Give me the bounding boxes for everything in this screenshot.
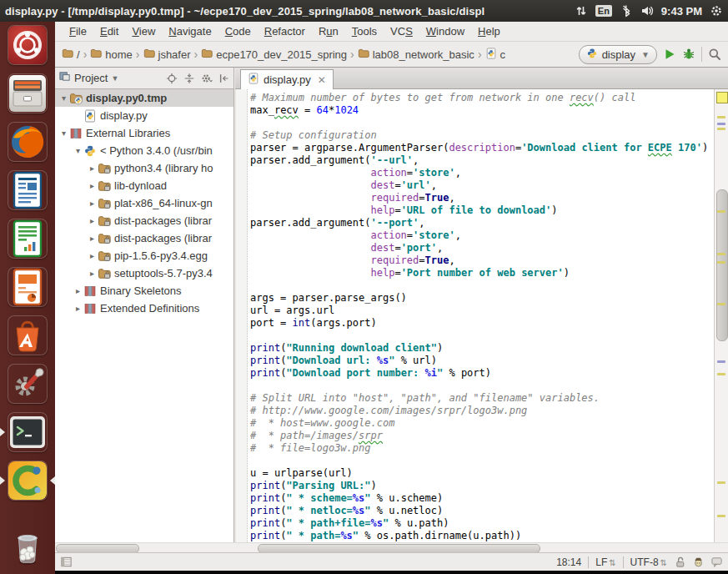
code-line[interactable]: print("Running download client")	[250, 342, 714, 355]
code-line[interactable]: parser.add_argument('--port',	[250, 217, 714, 229]
code-line[interactable]: # Split URL into "host", "path", and "fi…	[250, 392, 714, 405]
run-button[interactable]	[663, 48, 676, 61]
code-line[interactable]: # Maximum number of bytes to get from ne…	[250, 92, 714, 104]
launcher-libreoffice-writer[interactable]	[8, 170, 48, 210]
breadcrumb-item[interactable]: c	[485, 48, 506, 62]
stripe-mark-warn[interactable]	[717, 253, 725, 255]
menu-tools[interactable]: Tools	[346, 23, 383, 39]
tree-item[interactable]: ▸plat-x86_64-linux-gn	[55, 194, 233, 212]
stripe-mark-warn[interactable]	[717, 515, 725, 517]
stripe-mark-info[interactable]	[717, 360, 725, 363]
code-line[interactable]: required=True,	[250, 254, 714, 267]
line-separator-widget[interactable]: LF⇅	[595, 556, 615, 568]
stripe-mark-warn[interactable]	[717, 373, 725, 375]
tree-item[interactable]: ▸dist-packages (librar	[55, 229, 233, 247]
launcher-file-manager[interactable]	[8, 73, 48, 113]
menu-run[interactable]: Run	[313, 23, 344, 39]
code-line[interactable]: # * path=/images/srpr	[250, 430, 714, 442]
code-line[interactable]: # Setup configuration	[250, 129, 714, 142]
search-icon[interactable]	[708, 48, 721, 61]
code-line[interactable]	[250, 279, 714, 292]
code-line[interactable]	[250, 117, 714, 129]
launcher-libreoffice-calc[interactable]	[8, 219, 48, 259]
session-gear-icon[interactable]	[710, 4, 723, 18]
code-line[interactable]: help='Port number of web server')	[250, 267, 714, 279]
code-line[interactable]: print(" * netloc=%s" % u.netloc)	[250, 505, 714, 517]
tree-item[interactable]: ▸pip-1.5.6-py3.4.egg	[55, 247, 233, 264]
launcher-ubuntu-dash[interactable]	[8, 25, 48, 65]
menu-vcs[interactable]: VCS	[384, 23, 419, 39]
code-line[interactable]: help='URL of file to download')	[250, 204, 714, 217]
hide-panel-icon[interactable]	[218, 73, 230, 84]
updown-arrows-icon[interactable]	[575, 4, 588, 18]
toolwindow-toggle-icon[interactable]	[60, 556, 73, 568]
clock[interactable]: 9:43 PM	[661, 5, 702, 18]
code-line[interactable]	[250, 455, 714, 467]
encoding-widget[interactable]: UTF-8⇅	[630, 556, 667, 568]
write-lock-icon[interactable]	[674, 556, 686, 568]
collapse-all-icon[interactable]	[183, 73, 195, 84]
menu-help[interactable]: Help	[472, 23, 506, 39]
menu-code[interactable]: Code	[219, 23, 257, 39]
code-line[interactable]: action='store',	[250, 229, 714, 242]
tree-item[interactable]: ▾External Libraries	[55, 124, 233, 142]
stripe-mark-warn[interactable]	[717, 210, 725, 213]
breadcrumb-item[interactable]: /	[62, 48, 80, 62]
locate-icon[interactable]	[166, 73, 178, 84]
tree-item[interactable]: display.py	[55, 107, 233, 124]
tree-item[interactable]: ▸dist-packages (librar	[55, 212, 233, 229]
menu-view[interactable]: View	[126, 23, 161, 39]
code-line[interactable]: print(" * path=%s" % os.path.dirname(u.p…	[250, 530, 714, 542]
code-line[interactable]: print(" * path+file=%s" % u.path)	[250, 517, 714, 530]
tree-item[interactable]: ▸Extended Definitions	[55, 300, 233, 317]
code-line[interactable]: url = args.url	[250, 305, 714, 317]
breadcrumb-item[interactable]: home	[90, 48, 133, 62]
code-line[interactable]	[250, 330, 714, 342]
breadcrumb-item[interactable]: jshafer	[143, 48, 191, 62]
project-panel-header[interactable]: Project ▼	[55, 68, 234, 89]
launcher-firefox[interactable]	[8, 122, 48, 162]
event-bubble-icon[interactable]	[710, 556, 723, 568]
stripe-mark-warn[interactable]	[717, 303, 725, 305]
code-line[interactable]: args = parser.parse_args()	[250, 292, 714, 305]
code-line[interactable]	[250, 380, 714, 392]
breadcrumb-item[interactable]: lab08_network_basic	[358, 48, 474, 62]
code-line[interactable]: action='store',	[250, 167, 714, 179]
code-line[interactable]: print("Download port number: %i" % port)	[250, 367, 714, 380]
code-line[interactable]: dest='url',	[250, 179, 714, 192]
tree-item[interactable]: ▾display.py0.tmp	[55, 89, 233, 107]
code-line[interactable]: print(" * scheme=%s" % u.scheme)	[250, 492, 714, 505]
run-configuration-combo[interactable]: display ▼	[579, 45, 657, 64]
code-line[interactable]: # * file=logo3w.png	[250, 442, 714, 455]
stripe-mark-warn[interactable]	[717, 128, 725, 130]
hector-icon[interactable]	[692, 556, 705, 568]
stripe-mark-warn[interactable]	[717, 261, 725, 264]
debug-bug-button[interactable]	[682, 48, 695, 61]
code-line[interactable]: max_recv = 64*1024	[250, 104, 714, 117]
close-tab-icon[interactable]: ✕	[318, 74, 326, 86]
launcher-system-settings[interactable]	[8, 364, 48, 404]
code-line[interactable]: u = urlparse(url)	[250, 467, 714, 480]
launcher-libreoffice-impress[interactable]	[8, 267, 48, 307]
settings-icon[interactable]	[201, 73, 213, 84]
menu-navigate[interactable]: Navigate	[163, 23, 217, 39]
launcher-software-center[interactable]	[8, 315, 48, 355]
tree-item[interactable]: ▸lib-dynload	[55, 177, 233, 194]
keyboard-indicator[interactable]: En	[595, 5, 612, 17]
caret-position[interactable]: 18:14	[556, 556, 581, 568]
chevron-down-icon[interactable]: ▼	[111, 74, 118, 83]
volume-icon[interactable]	[640, 4, 654, 18]
editor[interactable]: # Maximum number of bytes to get from ne…	[236, 89, 714, 542]
menu-window[interactable]: Window	[420, 23, 470, 39]
code-area[interactable]: # Maximum number of bytes to get from ne…	[250, 92, 714, 542]
inspection-indicator[interactable]	[716, 92, 728, 103]
tree-item[interactable]: ▸setuptools-5.7-py3.4	[55, 264, 233, 282]
launcher-pycharm[interactable]	[8, 461, 48, 501]
bluetooth-icon[interactable]	[620, 4, 633, 18]
code-line[interactable]: dest='port',	[250, 242, 714, 254]
code-line[interactable]: parser = argparse.ArgumentParser(descrip…	[250, 142, 714, 154]
menu-refactor[interactable]: Refactor	[259, 23, 311, 39]
menu-edit[interactable]: Edit	[94, 23, 124, 39]
tab-display-py[interactable]: display.py ✕	[240, 69, 334, 89]
code-line[interactable]: # http://www.google.com/images/srpr/logo…	[250, 405, 714, 417]
